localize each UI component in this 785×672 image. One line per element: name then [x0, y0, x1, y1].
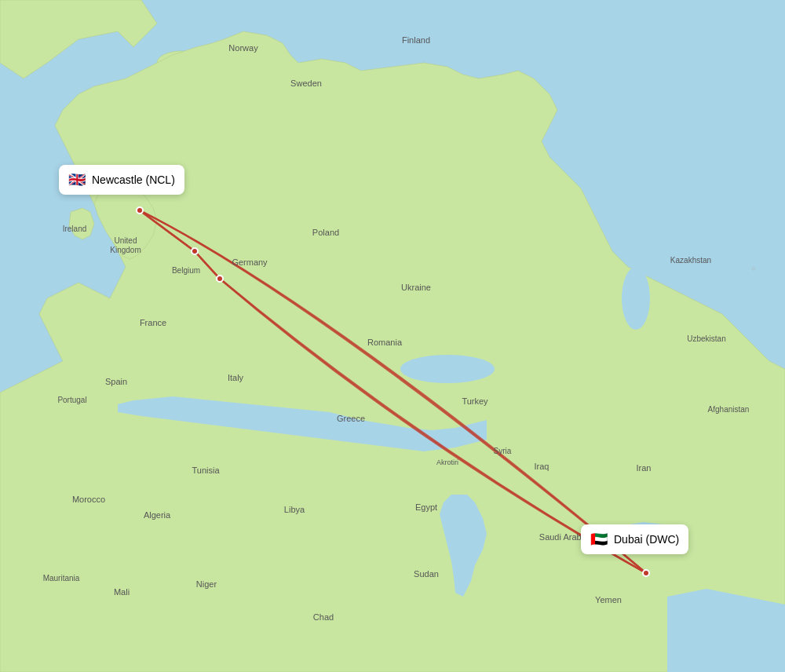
- svg-text:Tunisia: Tunisia: [192, 466, 220, 475]
- svg-text:Turkey: Turkey: [462, 396, 488, 406]
- origin-dot: [136, 206, 144, 214]
- svg-text:Afghanistan: Afghanistan: [708, 405, 750, 414]
- svg-text:United: United: [115, 236, 137, 245]
- svg-text:Syria: Syria: [494, 447, 512, 455]
- origin-tooltip: 🇬🇧 Newcastle (NCL): [59, 165, 184, 195]
- svg-text:Kingdom: Kingdom: [110, 246, 141, 254]
- waypoint-dot-1: [191, 247, 199, 255]
- svg-text:○: ○: [751, 265, 755, 272]
- svg-text:Mali: Mali: [114, 587, 130, 597]
- svg-text:Iran: Iran: [637, 463, 652, 473]
- svg-text:Finland: Finland: [402, 35, 430, 45]
- svg-text:Germany: Germany: [232, 257, 268, 267]
- svg-text:Poland: Poland: [312, 228, 339, 237]
- svg-text:Sudan: Sudan: [414, 569, 439, 579]
- svg-text:Ukraine: Ukraine: [401, 283, 431, 292]
- origin-label: Newcastle (NCL): [92, 173, 175, 186]
- svg-text:Egypt: Egypt: [415, 502, 437, 512]
- svg-text:Morocco: Morocco: [72, 495, 105, 504]
- svg-text:Uzbekistan: Uzbekistan: [687, 334, 725, 343]
- svg-text:Ireland: Ireland: [63, 225, 87, 233]
- map-container: Finland Sweden Norway Ireland United Kin…: [0, 0, 785, 672]
- svg-text:Akrotiri: Akrotiri: [436, 458, 458, 466]
- svg-text:Mauritania: Mauritania: [43, 574, 80, 583]
- svg-text:Spain: Spain: [105, 377, 127, 386]
- svg-text:Yemen: Yemen: [595, 595, 622, 604]
- destination-label: Dubai (DWC): [614, 533, 679, 546]
- svg-text:France: France: [140, 318, 166, 327]
- svg-text:Algeria: Algeria: [144, 510, 171, 520]
- svg-text:Portugal: Portugal: [57, 396, 86, 404]
- svg-text:Greece: Greece: [337, 414, 365, 423]
- svg-text:Niger: Niger: [196, 579, 217, 589]
- svg-text:Italy: Italy: [228, 373, 244, 382]
- destination-tooltip: 🇦🇪 Dubai (DWC): [581, 524, 688, 554]
- svg-text:Iraq: Iraq: [535, 462, 550, 471]
- origin-flag: 🇬🇧: [68, 171, 86, 188]
- svg-text:Belgium: Belgium: [172, 266, 200, 275]
- svg-text:Chad: Chad: [313, 612, 334, 622]
- map-svg: Finland Sweden Norway Ireland United Kin…: [0, 0, 785, 672]
- svg-text:Sweden: Sweden: [290, 79, 322, 88]
- svg-text:Norway: Norway: [228, 43, 258, 53]
- destination-flag: 🇦🇪: [590, 531, 608, 548]
- svg-point-3: [400, 355, 495, 383]
- svg-text:Kazakhstan: Kazakhstan: [670, 256, 711, 265]
- destination-dot: [642, 569, 650, 577]
- waypoint-dot-2: [216, 275, 224, 283]
- svg-point-2: [622, 267, 650, 330]
- svg-text:Libya: Libya: [284, 505, 305, 514]
- svg-text:Romania: Romania: [367, 338, 403, 347]
